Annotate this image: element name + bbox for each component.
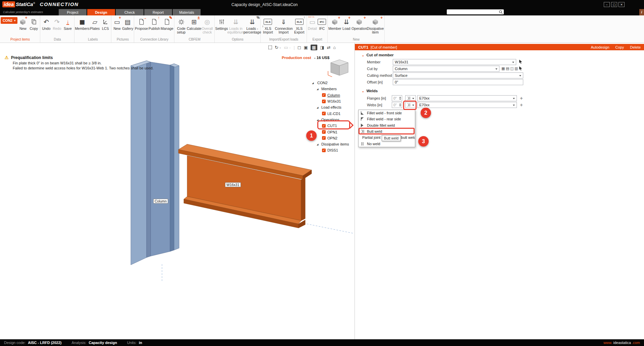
webs-add-button[interactable]: + xyxy=(520,102,523,108)
fillet-weld-front-icon xyxy=(360,111,365,115)
calculate-button[interactable]: ⊞± Calculate xyxy=(187,16,201,31)
webs-weld-type-dropdown[interactable] xyxy=(405,102,416,108)
tree-item-diss1[interactable]: ✓ DISS1 xyxy=(309,147,355,153)
checked-checkbox[interactable]: ✓ xyxy=(322,112,326,115)
tree-expander-icon[interactable]: ◢ xyxy=(317,88,318,91)
tree-item-column[interactable]: ✓ Column xyxy=(309,92,355,98)
shaded-view-icon[interactable]: ▦ xyxy=(311,45,317,50)
zoom-fit-icon[interactable] xyxy=(268,46,272,49)
swap-view-icon[interactable]: ⇄ xyxy=(327,45,330,50)
tree-expander-icon[interactable]: ◢ xyxy=(317,119,318,121)
search-input[interactable] xyxy=(448,10,499,14)
tab-design[interactable]: Design xyxy=(87,9,115,15)
picture-new-button[interactable]: ▭+ New xyxy=(112,16,122,31)
overall-check-button[interactable]: ◎ Overall check xyxy=(201,16,214,34)
tree-node-operations[interactable]: ◢ Operations xyxy=(309,117,355,123)
menu-item-fillet-front[interactable]: Fillet weld - front side xyxy=(359,110,415,116)
rotate-view-icon[interactable]: ↻⌄ xyxy=(275,45,281,50)
checked-checkbox[interactable]: ✓ xyxy=(322,124,326,128)
tab-project[interactable]: Project xyxy=(59,9,87,15)
menu-item-double-fillet[interactable]: Double fillet weld xyxy=(359,122,415,128)
webs-electrode-dropdown[interactable]: E70xx xyxy=(417,102,517,108)
checked-checkbox[interactable]: ✓ xyxy=(322,100,326,103)
scene-pick-icon[interactable]: ▦ xyxy=(501,66,505,71)
flanges-electrode-dropdown[interactable]: E70xx xyxy=(417,95,517,101)
tree-node-dissipative-items[interactable]: ◢ Dissipative items xyxy=(309,141,355,147)
tree-node-load-effects[interactable]: ◢ Load effects xyxy=(309,104,355,110)
new-operation-button[interactable]: + Operation xyxy=(352,16,367,31)
flanges-weld-type-dropdown[interactable] xyxy=(405,95,416,101)
tree-item-w16x31[interactable]: ✓ W16x31 xyxy=(309,98,355,104)
stepper-arrows[interactable] xyxy=(399,103,401,107)
labels-plates-button[interactable]: ▱ Plates xyxy=(89,16,100,31)
xls-export-button[interactable]: XLS ↑ XLS Export xyxy=(292,16,306,34)
cutting-method-dropdown[interactable]: Surface xyxy=(393,72,523,78)
layers-icon[interactable]: ◫ xyxy=(510,66,514,71)
tree-item-cut1[interactable]: ✓ CUT1 xyxy=(309,123,355,129)
xls-import-button[interactable]: XLS ↓ XLS Import xyxy=(261,16,275,34)
cut-by-dropdown[interactable]: Column xyxy=(393,66,499,72)
checked-checkbox[interactable]: ✓ xyxy=(322,136,326,140)
loads-equilibrium-button[interactable]: ⇊ Loads in equilibrium xyxy=(228,16,244,34)
offset-input[interactable]: 0" xyxy=(393,79,523,85)
flanges-size-stepper[interactable]: 0" xyxy=(392,95,402,101)
menu-item-no-weld[interactable]: No weld xyxy=(359,140,415,147)
connection-selector[interactable]: CON2 ▾ xyxy=(1,17,17,24)
propose-button[interactable]: → Propose xyxy=(135,16,148,31)
checked-checkbox[interactable]: ✓ xyxy=(322,149,326,152)
new-dissipative-item-button[interactable]: + Dissipative item xyxy=(367,16,384,34)
tree-node-con2[interactable]: ◢ CON2 xyxy=(309,80,355,86)
tree-expander-icon[interactable]: ◢ xyxy=(317,106,318,109)
website-link[interactable]: www. ideastatica .com xyxy=(603,341,640,345)
checked-checkbox[interactable]: ✓ xyxy=(322,93,326,97)
save-button[interactable]: ↓ Save xyxy=(62,16,73,31)
settings-button[interactable]: Settings xyxy=(215,16,228,31)
close-button[interactable]: ✕ xyxy=(619,2,625,7)
copy-item-button[interactable]: Copy xyxy=(29,16,39,31)
new-member-button[interactable]: + Member xyxy=(328,16,341,31)
labels-members-button[interactable]: ◼ Members xyxy=(75,16,89,31)
minimize-button[interactable]: – xyxy=(604,2,610,7)
redo-button[interactable]: ↷ Redo xyxy=(52,16,62,31)
wireframe-view-icon[interactable]: ◻ xyxy=(298,45,301,50)
code-setup-button[interactable]: Code setup xyxy=(175,16,187,34)
delete-operation-button[interactable]: Delete xyxy=(630,45,641,49)
autodesign-button[interactable]: Autodesign xyxy=(591,45,609,49)
solid-view-icon[interactable]: ▣ xyxy=(304,45,308,50)
table-icon[interactable]: ▤ xyxy=(506,66,509,71)
menu-item-fillet-rear[interactable]: Fillet weld - rear side xyxy=(359,116,415,122)
detail-export-button[interactable]: ▭BETA Detail xyxy=(308,16,317,31)
flanges-add-button[interactable]: + xyxy=(520,95,523,101)
undo-button[interactable]: ↶ Undo xyxy=(41,16,52,31)
copy-operation-button[interactable]: Copy xyxy=(615,45,624,49)
menu-item-butt-weld[interactable]: Butt weld xyxy=(359,128,415,134)
manage-button[interactable]: ✎ Manage xyxy=(161,16,173,31)
tree-expander-icon[interactable]: ◢ xyxy=(317,143,318,146)
pick-member-cursor-icon[interactable] xyxy=(519,59,523,65)
tree-node-members[interactable]: ◢ Members xyxy=(309,86,355,92)
tab-report[interactable]: Report xyxy=(144,9,172,15)
tree-expander-icon[interactable]: ◢ xyxy=(312,82,314,84)
pick-cut-by-cursor-icon[interactable] xyxy=(519,66,523,71)
loads-percentage-button[interactable]: ⇊% Loads - percentage xyxy=(244,16,261,34)
gallery-button[interactable]: ▤ Gallery xyxy=(122,16,133,31)
new-project-item-button[interactable]: + New xyxy=(17,16,28,31)
tab-materials[interactable]: Materials xyxy=(173,9,201,15)
info-button[interactable]: i xyxy=(639,9,644,15)
tree-item-le-cd1[interactable]: ✓ LE-CD1 xyxy=(309,110,355,116)
ifc-export-button[interactable]: IFC IFC xyxy=(317,16,327,31)
member-dropdown[interactable]: W16x31 xyxy=(393,59,516,65)
maximize-button[interactable]: ▢ xyxy=(611,2,617,7)
connection-import-button[interactable]: ⇓ Connection Import xyxy=(275,16,293,34)
transparent-view-icon[interactable]: ◨ xyxy=(320,45,324,50)
home-view-icon[interactable]: ⌂ xyxy=(333,45,336,50)
labels-lcs-button[interactable]: LCS xyxy=(100,16,110,31)
new-load-button[interactable]: ⇊+ Load xyxy=(341,16,352,31)
selection-mode-icon[interactable]: ▭⌄ xyxy=(284,45,291,50)
publish-button[interactable]: ↑ Publish xyxy=(148,16,161,31)
stepper-arrows[interactable] xyxy=(399,97,401,100)
webs-size-stepper[interactable]: 0" xyxy=(392,102,402,108)
grid-icon[interactable]: ▥ xyxy=(515,66,518,71)
checked-checkbox[interactable]: ✓ xyxy=(322,130,326,134)
tab-check[interactable]: Check xyxy=(116,9,144,15)
